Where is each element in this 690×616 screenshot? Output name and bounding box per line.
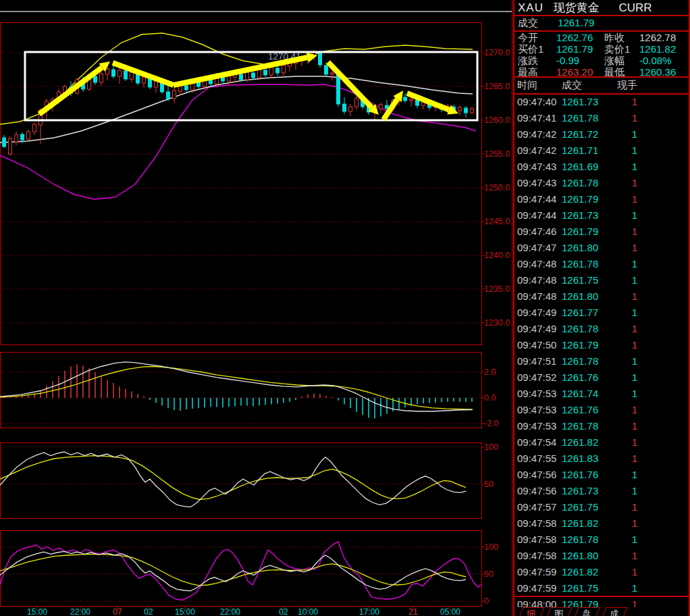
trade-price: 1261.83	[562, 451, 598, 467]
tape-row[interactable]: 09:47:441261.731	[514, 207, 689, 224]
candle-down	[325, 66, 328, 74]
trend-arrows-annotation	[39, 53, 458, 120]
tab-细[interactable]: 细	[518, 607, 544, 616]
candle-up	[142, 77, 146, 83]
tape-row[interactable]: 09:47:421261.721	[514, 126, 689, 143]
trade-lots: 1	[628, 207, 641, 224]
candlestick-series	[3, 50, 474, 155]
tape-row[interactable]: 09:47:581261.781	[514, 532, 689, 548]
time-label: 15:00	[27, 607, 47, 616]
tape-row[interactable]: 09:47:561261.731	[514, 483, 689, 499]
trade-time: 09:47:43	[517, 175, 556, 191]
tape-row[interactable]: 09:47:581261.801	[514, 548, 689, 564]
candle-up	[173, 91, 176, 99]
trade-time: 09:47:49	[517, 305, 556, 321]
tape-row[interactable]: 09:47:521261.761	[514, 369, 689, 386]
tape-row[interactable]: 09:47:591261.821	[514, 564, 689, 580]
tape-row[interactable]: 09:47:531261.761	[514, 402, 689, 418]
tape-row[interactable]: 09:47:411261.781	[514, 110, 689, 126]
candle-up	[410, 99, 413, 101]
tape-row[interactable]: 09:47:441261.791	[514, 191, 689, 207]
tape-row[interactable]: 09:47:531261.781	[514, 418, 689, 434]
trade-time: 09:47:43	[517, 159, 556, 175]
trade-lots: 1	[628, 240, 641, 256]
time-label: 02	[279, 607, 288, 616]
axis-label: 50	[484, 480, 494, 489]
candle-down	[252, 73, 255, 78]
panel-tabs[interactable]: 细图盘成	[514, 607, 689, 616]
boll-lower-band	[0, 84, 476, 199]
tape-list[interactable]: 09:47:401261.73109:47:411261.78109:47:42…	[514, 94, 689, 613]
field-value: -0.08%	[639, 55, 672, 66]
candle-up	[118, 70, 122, 76]
candle-down	[319, 53, 322, 65]
axis-label: 1245.0	[484, 217, 510, 226]
trade-lots: 1	[628, 451, 641, 467]
trade-price: 1261.82	[562, 564, 598, 580]
trade-price: 1261.76	[562, 467, 598, 483]
trade-lots: 1	[628, 580, 641, 596]
trade-lots: 1	[628, 305, 641, 321]
trade-lots: 1	[628, 386, 641, 402]
tape-row[interactable]: 09:47:431261.691	[514, 159, 689, 175]
chart-area[interactable]: 1270.01265.01260.01255.01250.01245.01240…	[0, 0, 513, 616]
trade-time: 09:47:48	[517, 256, 556, 272]
tape-row[interactable]: 09:47:401261.731	[514, 94, 689, 110]
last-price-row: 成交 1261.79	[514, 17, 689, 30]
tape-row[interactable]: 09:47:561261.761	[514, 467, 689, 483]
tape-row[interactable]: 09:47:581261.821	[514, 515, 689, 532]
tape-row[interactable]: 09:47:471261.801	[514, 240, 689, 256]
time-label: 22:00	[70, 607, 90, 616]
tape-row[interactable]: 09:47:481261.801	[514, 288, 689, 305]
candle-up	[9, 138, 12, 154]
main-price-panel: 1270.01265.01260.01255.01250.01245.01240…	[0, 23, 510, 345]
trade-time: 09:47:47	[517, 240, 556, 256]
field-label: 涨幅	[604, 55, 639, 66]
tape-row[interactable]: 09:47:541261.821	[514, 434, 689, 451]
tape-row[interactable]: 09:47:511261.781	[514, 353, 689, 369]
candle-up	[458, 107, 462, 111]
trade-price: 1261.72	[562, 126, 598, 143]
trade-price: 1261.76	[562, 402, 598, 418]
trade-time: 09:47:52	[517, 369, 556, 386]
time-label: 10:00	[298, 607, 318, 616]
trade-price: 1261.73	[562, 483, 598, 499]
trade-price: 1261.82	[562, 434, 598, 451]
multi-panel-chart[interactable]: 1270.01265.01260.01255.01250.01245.01240…	[0, 0, 513, 616]
tape-row[interactable]: 09:47:421261.711	[514, 143, 689, 159]
osc-yellow-line	[0, 456, 466, 500]
trade-price: 1261.73	[562, 94, 598, 110]
tape-row[interactable]: 09:47:551261.831	[514, 451, 689, 467]
candle-up	[331, 73, 334, 74]
tab-label: 盘	[577, 608, 597, 616]
tape-row[interactable]: 09:47:461261.791	[514, 224, 689, 240]
trade-time: 09:47:46	[517, 224, 556, 240]
field-label: 今开	[518, 32, 556, 43]
quote-panel: XAU 现货黄金 CURR 成交 1261.79 今开1262.76昨收1262…	[513, 0, 690, 616]
tape-row[interactable]: 09:47:431261.781	[514, 175, 689, 191]
tape-row[interactable]: 09:47:491261.771	[514, 305, 689, 321]
trade-lots: 1	[628, 321, 641, 337]
tab-成[interactable]: 成	[601, 607, 627, 616]
tab-label: 图	[549, 608, 569, 616]
trade-time: 09:47:49	[517, 321, 556, 337]
tape-row[interactable]: 09:47:481261.781	[514, 256, 689, 272]
tape-row[interactable]: 09:47:571261.751	[514, 499, 689, 515]
trade-lots: 1	[628, 369, 641, 386]
trade-time: 09:47:42	[517, 126, 556, 143]
tape-row[interactable]: 09:47:591261.751	[514, 580, 689, 596]
tape-row[interactable]: 09:47:481261.751	[514, 272, 689, 288]
kdj-d-line	[0, 554, 466, 585]
tape-row[interactable]: 09:47:491261.781	[514, 321, 689, 337]
candle-up	[246, 72, 249, 80]
arrow-shaft	[39, 68, 102, 114]
tab-盘[interactable]: 盘	[573, 607, 600, 616]
quote-field-row: 买价11261.79卖价11261.82	[514, 43, 689, 55]
trade-price: 1261.82	[562, 515, 598, 532]
trade-lots: 1	[628, 288, 641, 305]
tape-row[interactable]: 09:47:501261.791	[514, 337, 689, 353]
tab-图[interactable]: 图	[546, 607, 572, 616]
trade-time: 09:47:56	[517, 467, 556, 483]
axis-label: 1235.0	[484, 284, 510, 294]
tape-row[interactable]: 09:47:531261.741	[514, 386, 689, 402]
